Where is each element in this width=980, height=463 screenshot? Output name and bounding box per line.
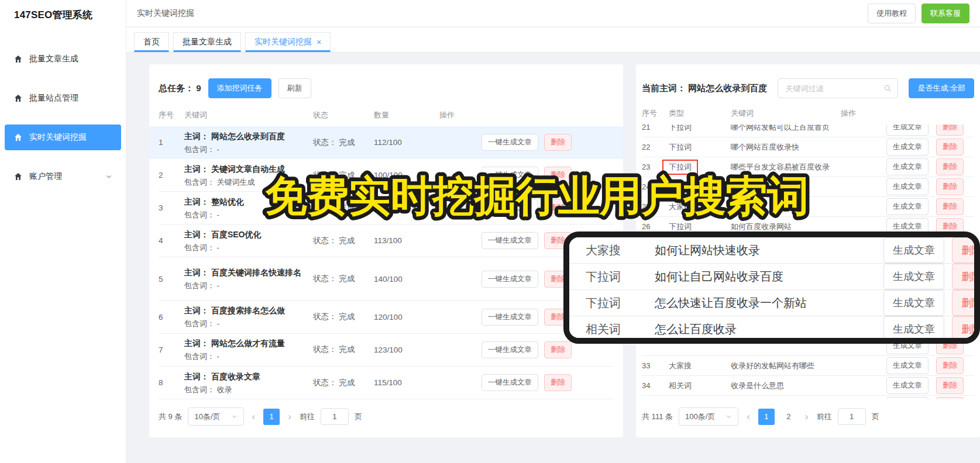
task-row[interactable]: 6 主词： 百度搜索排名怎么做包含词： - 状态： 完成 120/100 一键生…	[159, 301, 614, 334]
sidebar: 147SEO管理系统 批量文章生成 批量站点管理 实时关键词挖掘 账户管理	[0, 0, 126, 463]
delete-button[interactable]: 删除	[936, 198, 964, 215]
sidebar-item-label: 账户管理	[29, 171, 62, 182]
task-row[interactable]: 7 主词： 网站怎么做才有流量包含词： - 状态： 完成 123/100 一键生…	[159, 334, 614, 367]
current-keyword-title: 当前主词： 网站怎么收录到百度	[642, 83, 767, 94]
tasks-pagination: 共 9 条 10条/页 ‹ 1 › 前往 页	[159, 399, 614, 437]
task-row[interactable]: 4 主词： 百度SEO优化包含词： - 状态： 完成 113/100 一键生成文…	[159, 224, 614, 257]
row-no: 5	[159, 275, 184, 284]
task-status: 状态： 完成	[313, 137, 374, 148]
sidebar-item-keyword-mining[interactable]: 实时关键词挖掘	[5, 125, 121, 150]
generate-article-button[interactable]: 生成文章	[883, 237, 944, 263]
task-include: 包含词： -	[184, 243, 308, 253]
tutorial-button[interactable]: 使用教程	[868, 4, 916, 23]
generate-article-button[interactable]: 生成文章	[886, 178, 929, 195]
keyword-text: 如何百度收录网站	[731, 222, 841, 232]
prev-page-button[interactable]: ‹	[744, 411, 752, 423]
keyword-row[interactable]: 23 下拉词 哪些平台发文容易被百度收录 生成文章删除	[642, 157, 974, 177]
keyword-row[interactable]: 21 下拉词 哪个网站发帖可以上百度首页 生成文章删除	[642, 125, 974, 137]
keyword-text: 怎么让百度收录	[655, 322, 883, 337]
generate-article-button[interactable]: 一键生成文章	[482, 341, 538, 358]
delete-button[interactable]: 删除	[936, 178, 964, 195]
generate-article-button[interactable]: 生成文章	[886, 357, 929, 374]
keyword-row[interactable]: 25 大家搜 生成文章删除	[642, 197, 974, 217]
prev-page-button[interactable]: ‹	[250, 411, 258, 423]
delete-button[interactable]: 删除	[952, 316, 980, 342]
tasks-toolbar: 总任务： 9 添加挖词任务 刷新	[159, 78, 614, 98]
delete-button[interactable]: 删除	[544, 199, 572, 216]
generate-article-button[interactable]: 生成文章	[886, 158, 929, 175]
keyword-row[interactable]: 24 下拉词 生成文章删除	[642, 177, 974, 197]
task-include: 包含词： -	[184, 210, 308, 220]
tab-home[interactable]: 首页	[134, 32, 169, 52]
task-keyword: 主词： 关键词文章自动生成	[184, 163, 308, 175]
generate-article-button[interactable]: 一键生成文章	[482, 374, 538, 391]
delete-button[interactable]: 删除	[952, 237, 980, 263]
page-number-1[interactable]: 1	[263, 409, 280, 425]
goto-page-input[interactable]	[321, 408, 349, 425]
generate-article-button[interactable]: 生成文章	[883, 264, 944, 289]
generate-article-button[interactable]: 生成文章	[883, 290, 944, 316]
delete-button[interactable]: 删除	[544, 341, 572, 358]
delete-button[interactable]: 删除	[936, 139, 964, 156]
generate-article-button[interactable]: 一键生成文章	[482, 167, 538, 184]
generate-article-button[interactable]: 生成文章	[886, 198, 929, 215]
tab-batch-article[interactable]: 批量文章生成	[173, 32, 241, 52]
generate-article-button[interactable]: 一键生成文章	[482, 199, 538, 216]
task-row[interactable]: 1 主词： 网站怎么收录到百度包含词： - 状态： 完成 112/100 一键生…	[149, 126, 623, 159]
task-count: 115/100	[374, 378, 439, 387]
delete-button[interactable]: 删除	[952, 290, 980, 316]
generate-article-button[interactable]: 一键生成文章	[482, 309, 538, 326]
delete-button[interactable]: 删除	[936, 125, 964, 136]
keyword-row[interactable]: 33 大家搜 收录好的发帖网站有哪些 生成文章删除	[642, 356, 974, 376]
refresh-button[interactable]: 刷新	[278, 78, 311, 98]
contact-support-button[interactable]: 联系客服	[921, 4, 969, 23]
task-row[interactable]: 2 主词： 关键词文章自动生成包含词： 关键词生成 状态： 完成 100/100…	[159, 159, 614, 192]
generate-article-button[interactable]: 一键生成文章	[482, 232, 538, 249]
keyword-row[interactable]: 34 相关词 收录是什么意思 生成文章删除	[642, 376, 974, 396]
close-icon[interactable]: ×	[317, 38, 321, 46]
sidebar-item-batch-article[interactable]: 批量文章生成	[5, 46, 121, 72]
delete-button[interactable]: 删除	[544, 167, 572, 184]
generate-article-button[interactable]: 一键生成文章	[482, 134, 538, 151]
delete-button[interactable]: 删除	[544, 374, 572, 391]
generate-article-button[interactable]: 生成文章	[886, 139, 929, 156]
tab-keyword-mining[interactable]: 实时关键词挖掘 ×	[245, 32, 331, 52]
generate-article-button[interactable]: 生成文章	[886, 125, 929, 136]
generate-filter-button[interactable]: 是否生成:全部	[909, 78, 974, 98]
tab-label: 首页	[143, 37, 160, 47]
row-no: 24	[642, 182, 669, 191]
next-page-button[interactable]: ›	[286, 411, 294, 423]
task-row[interactable]: 8 主词： 百度收录文章包含词： 收录 状态： 完成 115/100 一键生成文…	[159, 367, 614, 399]
page-size-select[interactable]: 100条/页	[679, 407, 738, 426]
row-no: 1	[159, 138, 184, 147]
task-count: 112/100	[374, 138, 439, 147]
next-page-button[interactable]: ›	[803, 411, 811, 423]
col-status: 状态	[313, 110, 374, 120]
keyword-row[interactable]: 22 下拉词 哪个网站百度收录快 生成文章删除	[642, 137, 974, 157]
delete-button[interactable]: 删除	[936, 158, 964, 175]
keyword-filter-input[interactable]	[784, 84, 883, 94]
delete-button[interactable]: 删除	[952, 264, 980, 289]
generate-article-button[interactable]: 生成文章	[883, 316, 944, 342]
page-number-2[interactable]: 2	[780, 409, 797, 425]
add-task-button[interactable]: 添加挖词任务	[208, 78, 271, 98]
goto-page-input[interactable]	[838, 408, 866, 425]
generate-article-button[interactable]: 生成文章	[886, 377, 929, 394]
sidebar-item-account[interactable]: 账户管理	[5, 164, 121, 189]
task-include: 包含词： 收录	[184, 385, 308, 395]
delete-button[interactable]: 删除	[544, 134, 572, 151]
task-row[interactable]: 3 主词： 整站优化包含词： - 状态： 完成 一键生成文章删除	[159, 192, 614, 224]
keywords-table-header: 序号 类型 关键词 操作	[642, 108, 974, 125]
delete-button[interactable]: 删除	[936, 377, 964, 394]
generate-article-button[interactable]: 一键生成文章	[482, 271, 538, 288]
row-no: 22	[642, 143, 669, 151]
sidebar-item-batch-site[interactable]: 批量站点管理	[5, 85, 121, 111]
task-row[interactable]: 5 主词： 百度关键词排名快速排名包含词： - 状态： 完成 140/100 一…	[159, 257, 614, 301]
page-number-1[interactable]: 1	[758, 409, 775, 425]
task-status: 状态： 完成	[313, 274, 374, 284]
keywords-pagination: 共 111 条 100条/页 ‹ 1 2 › 前往 页	[642, 399, 974, 437]
page-size-select[interactable]: 10条/页	[188, 407, 243, 426]
col-type: 类型	[669, 108, 731, 119]
task-status: 状态： 完成	[313, 236, 374, 246]
delete-button[interactable]: 删除	[936, 357, 964, 374]
